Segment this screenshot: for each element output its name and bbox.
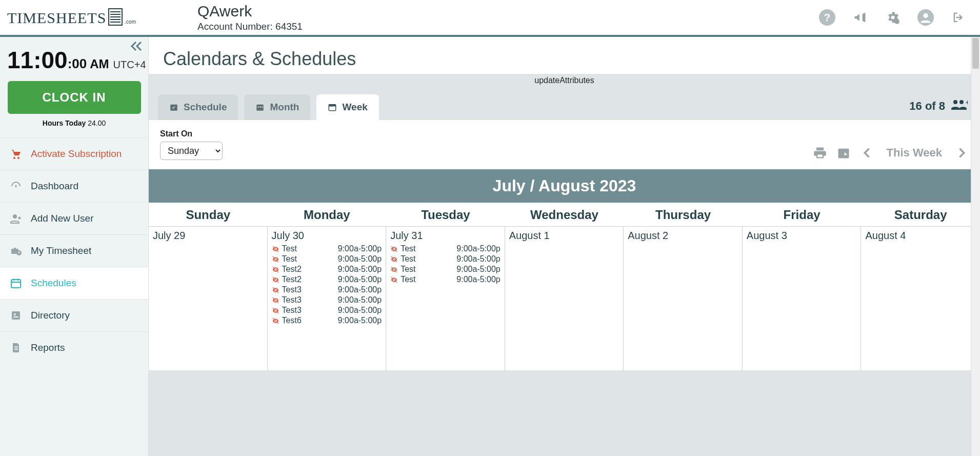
schedule-event[interactable]: Test29:00a-5:00p [272,274,382,285]
day-cell[interactable]: July 30Test9:00a-5:00pTest9:00a-5:00pTes… [268,227,387,370]
scroll-thumb[interactable] [972,38,979,69]
event-name: Test3 [282,295,304,305]
schedule-event[interactable]: Test9:00a-5:00p [272,244,382,254]
event-time: 9:00a-5:00p [456,244,500,253]
page-title: Calendars & Schedules [149,37,980,74]
svg-rect-20 [13,316,18,318]
tab-label: Month [270,102,299,113]
people-count[interactable]: 16 of 8 + [909,97,971,120]
day-header: Tuesday [386,203,505,227]
sidebar-item-label: My Timesheet [31,245,91,256]
day-cell[interactable]: August 1 [505,227,624,370]
svg-point-10 [17,157,19,159]
day-date: July 29 [153,230,263,242]
this-week-button[interactable]: This Week [884,146,945,160]
company-name: QAwerk [197,3,303,20]
svg-point-19 [14,313,16,315]
sidebar: 11:00:00 AM UTC+4 CLOCK IN Hours Today 2… [0,37,149,456]
day-cell[interactable]: July 29 [149,227,268,370]
eye-slash-icon [272,276,280,284]
event-time: 9:00a-5:00p [456,275,500,284]
eye-slash-icon [390,245,398,253]
sidebar-item-label: Dashboard [31,181,78,192]
svg-rect-26 [258,107,259,108]
event-name: Test [401,254,422,264]
schedule-event[interactable]: Test9:00a-5:00p [390,274,501,285]
tab-week[interactable]: Week [316,94,378,120]
event-name: Test2 [282,275,304,284]
panel-tools: This Week [813,146,969,160]
day-cell[interactable]: August 4 [861,227,980,370]
event-time: 9:00a-5:00p [338,316,382,325]
day-date: August 4 [865,230,976,242]
megaphone-icon[interactable] [852,9,868,26]
sidebar-item-activate-subscription[interactable]: Activate Subscription [0,137,148,170]
day-cell[interactable]: August 3 [743,227,862,370]
svg-rect-23 [14,349,18,350]
sidebar-item-label: Schedules [31,277,76,289]
settings-gear-icon[interactable] [885,9,901,26]
start-on-select[interactable]: Sunday [160,142,223,160]
event-name: Test [282,244,304,253]
sidebar-item-directory[interactable]: Directory [0,299,148,331]
schedule-event[interactable]: Test9:00a-5:00p [390,254,501,264]
event-time: 9:00a-5:00p [338,306,382,315]
tab-schedule[interactable]: Schedule [158,94,238,120]
sidebar-item-my-timesheet[interactable]: My Timesheet [0,234,148,267]
event-time: 9:00a-5:00p [338,265,382,274]
schedule-event[interactable]: Test9:00a-5:00p [390,264,501,274]
start-on-label: Start On [160,129,223,138]
schedule-event[interactable]: Test39:00a-5:00p [272,295,382,305]
schedule-event[interactable]: Test29:00a-5:00p [272,264,382,274]
eye-slash-icon [272,266,280,273]
day-cell[interactable]: July 31Test9:00a-5:00pTest9:00a-5:00pTes… [386,227,505,370]
user-avatar-icon[interactable] [917,9,934,26]
svg-point-11 [13,214,17,219]
sidebar-item-dashboard[interactable]: Dashboard [0,170,148,202]
svg-point-31 [953,100,957,104]
month-banner: July / August 2023 [149,169,980,203]
day-header: Friday [743,203,862,227]
event-name: Test [401,265,422,274]
tab-label: Week [342,102,367,113]
svg-text:?: ? [824,11,831,23]
day-date: August 2 [628,230,738,242]
print-icon[interactable] [813,146,827,160]
people-count-text: 16 of 8 [909,100,945,113]
sidebar-item-add-user[interactable]: Add New User [0,202,148,234]
svg-rect-14 [11,280,21,288]
event-time: 9:00a-5:00p [456,254,500,264]
eye-slash-icon [272,255,280,263]
schedule-event[interactable]: Test69:00a-5:00p [272,315,382,326]
eye-slash-icon [272,307,280,314]
user-plus-icon [9,212,23,225]
tab-month[interactable]: Month [244,94,310,120]
contact-card-icon [9,309,23,322]
calendar-week-icon [328,103,337,112]
help-icon[interactable]: ? [819,9,835,26]
vertical-scrollbar[interactable]: ▲ [971,37,980,456]
calendar-edit-icon[interactable] [836,146,851,160]
week-toolbar-panel: Start On Sunday This Week [149,120,980,169]
sidebar-item-schedules[interactable]: Schedules [0,267,148,299]
schedule-event[interactable]: Test9:00a-5:00p [390,244,501,254]
logout-icon[interactable] [950,9,967,26]
logo[interactable]: TIMESHEETS .com [4,8,136,27]
gauge-icon [9,180,23,193]
schedule-event[interactable]: Test39:00a-5:00p [272,285,382,295]
day-cell[interactable]: August 2 [624,227,743,370]
event-name: Test [401,244,422,253]
event-name: Test3 [282,306,304,315]
next-week-icon[interactable] [954,146,969,160]
schedule-event[interactable]: Test39:00a-5:00p [272,305,382,315]
collapse-sidebar-icon[interactable] [129,40,144,54]
prev-week-icon[interactable] [860,146,874,160]
cart-icon [9,147,23,161]
event-time: 9:00a-5:00p [338,285,382,294]
schedule-event[interactable]: Test9:00a-5:00p [272,254,382,264]
clock-in-button[interactable]: CLOCK IN [8,81,141,114]
sidebar-item-reports[interactable]: Reports [0,331,148,364]
day-header: Saturday [861,203,980,227]
day-header: Monday [268,203,387,227]
logo-suffix: .com [125,19,136,25]
